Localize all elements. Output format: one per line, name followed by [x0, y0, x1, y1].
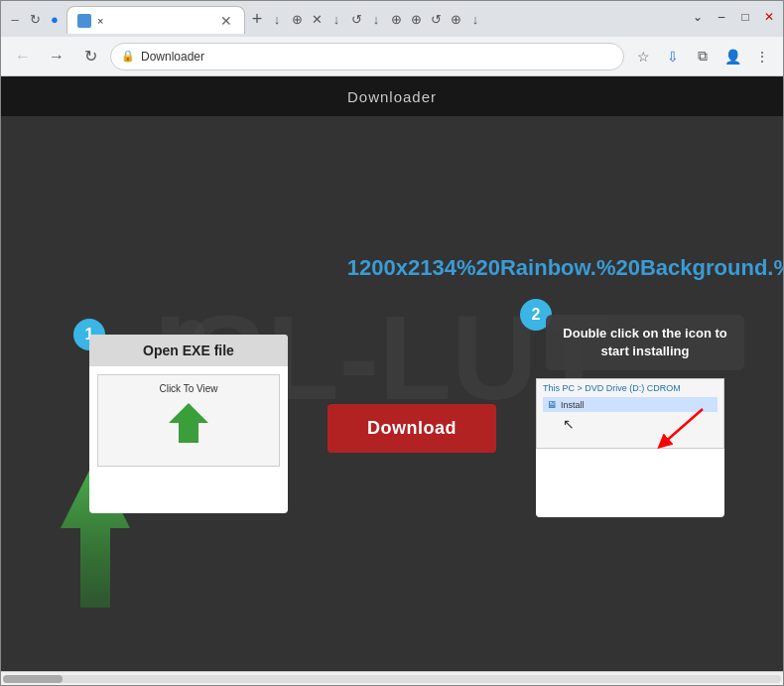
step2-card: This PC > DVD Drive (D:) CDROM 🖥 Install…	[536, 378, 724, 517]
download-btn-container: Download	[327, 404, 496, 453]
step2-install-label: Install	[561, 400, 585, 410]
step2-install-icon: 🖥	[547, 399, 557, 410]
download-button[interactable]: Download	[327, 404, 496, 453]
tab-icon-4[interactable]: ↓	[269, 11, 285, 27]
tab-bar: – ↻ ● × ✕ + ↓ ⊕ ✕ ↓ ↺ ↓ ⊕ ⊕ ↺ ⊕ ↓	[7, 1, 688, 37]
page-top-bar: Downloader	[1, 76, 783, 116]
step2-path: This PC > DVD Drive (D:) CDROM	[543, 383, 718, 393]
tab-icon-1[interactable]: –	[7, 11, 23, 27]
step1-inner: Click To View	[97, 374, 280, 467]
step1-green-arrow-icon	[164, 398, 213, 454]
tab-icon-6[interactable]: ✕	[309, 11, 325, 27]
tab-title: ×	[97, 15, 212, 27]
tab-icon-10[interactable]: ⊕	[388, 11, 404, 27]
horizontal-scrollbar[interactable]	[1, 671, 783, 685]
profile-icon[interactable]: 👤	[719, 44, 745, 69]
restore-button[interactable]: □	[737, 9, 753, 25]
step2-callout-text: Double click on the icon to start instal…	[560, 325, 730, 360]
scrollbar-track	[3, 675, 781, 683]
tab-icon-2[interactable]: ↻	[27, 11, 43, 27]
tab-icon-14[interactable]: ↓	[467, 11, 483, 27]
address-bar[interactable]: 🔒 Downloader	[110, 43, 624, 70]
svg-line-4	[663, 409, 703, 444]
step2-group: 2 Double click on the icon to start inst…	[536, 315, 744, 517]
tab-icon-3[interactable]: ●	[47, 11, 63, 27]
expand-icon[interactable]: ⌄	[690, 9, 706, 25]
tab-strip-icons: – ↻ ● × ✕ + ↓ ⊕ ✕ ↓ ↺ ↓ ⊕ ⊕ ↺ ⊕ ↓	[7, 5, 483, 37]
extension-icon[interactable]: ⧉	[690, 44, 716, 69]
step1-inner-title: Click To View	[159, 383, 217, 394]
minimize-button[interactable]: –	[714, 9, 729, 25]
tab-favicon	[77, 14, 91, 28]
step1-content: Click To View	[89, 366, 288, 475]
tab-icon-9[interactable]: ↓	[368, 11, 384, 27]
close-button[interactable]: ✕	[761, 9, 777, 25]
step2-cursor-area: ↖	[543, 414, 718, 444]
back-button[interactable]: ←	[9, 43, 37, 70]
step2-callout: Double click on the icon to start instal…	[546, 315, 744, 370]
tab-icon-7[interactable]: ↓	[328, 11, 344, 27]
tab-icon-12[interactable]: ↺	[428, 11, 444, 27]
download-icon[interactable]: ⇩	[660, 44, 686, 69]
svg-marker-3	[169, 403, 208, 443]
browser-frame: – ↻ ● × ✕ + ↓ ⊕ ✕ ↓ ↺ ↓ ⊕ ⊕ ↺ ⊕ ↓	[0, 0, 784, 686]
reload-button[interactable]: ↻	[76, 43, 104, 70]
bookmark-icon[interactable]: ☆	[630, 44, 656, 69]
new-tab-button[interactable]: +	[249, 11, 265, 27]
step2-inner: This PC > DVD Drive (D:) CDROM 🖥 Install…	[536, 378, 724, 449]
tab-icon-5[interactable]: ⊕	[289, 11, 305, 27]
step1-title: Open EXE file	[89, 335, 288, 366]
tab-icon-13[interactable]: ⊕	[448, 11, 463, 27]
title-bar: – ↻ ● × ✕ + ↓ ⊕ ✕ ↓ ↺ ↓ ⊕ ⊕ ↺ ⊕ ↓	[1, 1, 783, 37]
steps-container: 1 Open EXE file Click To View	[80, 315, 753, 517]
window-controls: ⌄ – □ ✕	[690, 9, 777, 29]
filename-text: 1200x2134%20Rainbow.%20Background.%	[347, 255, 783, 281]
step1-card: Open EXE file Click To View	[89, 335, 288, 513]
tab-close-button[interactable]: ✕	[218, 13, 234, 29]
step2-red-arrow-icon	[653, 404, 713, 454]
scrollbar-thumb[interactable]	[3, 675, 63, 683]
tab-icon-8[interactable]: ↺	[348, 11, 364, 27]
page-content: ISL-LUT ● Click To View Downloader	[1, 76, 783, 671]
page-title: Downloader	[347, 88, 437, 105]
menu-icon[interactable]: ⋮	[749, 44, 775, 69]
lock-icon: 🔒	[121, 50, 135, 63]
forward-button[interactable]: →	[43, 43, 70, 70]
tab-icon-11[interactable]: ⊕	[408, 11, 424, 27]
nav-actions: ☆ ⇩ ⧉ 👤 ⋮	[630, 44, 775, 69]
step1-group: 1 Open EXE file Click To View	[89, 335, 288, 513]
nav-bar: ← → ↻ 🔒 Downloader ☆ ⇩ ⧉ 👤 ⋮	[1, 37, 783, 76]
active-tab[interactable]: × ✕	[66, 6, 245, 34]
address-text: Downloader	[141, 50, 613, 64]
